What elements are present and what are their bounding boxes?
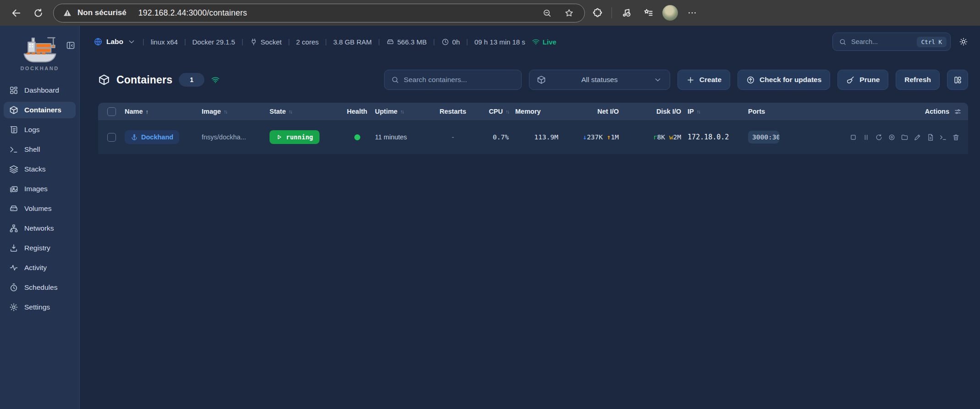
environment-selector[interactable]: Labo (94, 37, 136, 46)
zoom-out-icon[interactable] (539, 5, 555, 21)
profile-avatar[interactable] (662, 5, 678, 21)
sidebar-item-label: Shell (24, 145, 40, 154)
globe-icon (94, 37, 103, 46)
container-image: fnsys/dockha... (202, 133, 246, 141)
dockhand-logo (20, 36, 60, 64)
volumes-icon (9, 204, 18, 213)
sidebar-item-label: Networks (24, 224, 54, 232)
sidebar-item-registry[interactable]: Registry (4, 240, 76, 256)
page-title-cluster: Containers 1 (98, 73, 220, 87)
sidebar-nav: Dashboard Containers Logs Shell Stacks I… (0, 82, 79, 315)
prune-button[interactable]: Prune (837, 70, 888, 90)
sidebar-item-label: Settings (24, 303, 50, 311)
dockhand-app: DOCKHAND Dashboard Containers Logs Shell… (0, 26, 980, 409)
sidebar-item-activity[interactable]: Activity (4, 260, 76, 276)
refresh-button[interactable]: Refresh (896, 70, 940, 90)
socket-icon (250, 38, 258, 46)
sidebar-item-networks[interactable]: Networks (4, 220, 76, 237)
create-button[interactable]: Create (677, 70, 730, 90)
dashboard-icon (9, 86, 18, 95)
chevron-down-icon (653, 75, 662, 84)
sidebar-item-images[interactable]: Images (4, 181, 76, 197)
column-health[interactable]: Health (339, 108, 375, 115)
sidebar-item-dashboard[interactable]: Dashboard (4, 82, 76, 99)
column-ip[interactable]: IP↑↓ (688, 108, 748, 115)
stop-button[interactable] (849, 133, 857, 141)
layout-toggle-button[interactable] (947, 70, 968, 90)
browser-menu-icon[interactable] (683, 3, 702, 22)
status-filter-select[interactable]: All statuses (529, 70, 670, 90)
sidebar-item-stacks[interactable]: Stacks (4, 161, 76, 177)
pause-button[interactable] (862, 133, 870, 141)
sidebar-item-label: Dashboard (24, 86, 59, 94)
containers-search-input[interactable] (404, 76, 515, 84)
back-icon[interactable] (6, 3, 26, 22)
container-uptime: 11 minutes (375, 133, 407, 141)
column-image[interactable]: Image↑↓ (202, 108, 270, 115)
reload-icon[interactable] (28, 3, 48, 22)
environment-bar: Labo | linux x64 | Docker 29.1.5 | Socke… (80, 26, 980, 58)
search-icon (391, 76, 399, 84)
column-actions: Actions (817, 108, 968, 116)
sidebar-item-schedules[interactable]: Schedules (4, 279, 76, 296)
collections-icon[interactable] (639, 3, 658, 22)
sidebar-item-containers[interactable]: Containers (4, 102, 76, 118)
sidebar-item-shell[interactable]: Shell (4, 141, 76, 158)
column-cpu[interactable]: CPU↑↓ (475, 108, 515, 115)
sidebar-item-logs[interactable]: Logs (4, 122, 76, 138)
sidebar-collapse-icon[interactable] (64, 39, 77, 52)
plus-icon (686, 76, 695, 84)
column-state[interactable]: State↑↓ (270, 108, 339, 115)
column-restarts[interactable]: Restarts (431, 108, 475, 115)
container-restarts: - (451, 133, 455, 141)
security-label[interactable]: Non sécurisé (77, 8, 127, 17)
media-controls-icon[interactable] (617, 3, 636, 22)
sidebar-item-label: Stacks (24, 165, 46, 173)
images-icon (9, 184, 18, 193)
cube-icon (537, 75, 546, 84)
edit-button[interactable] (914, 133, 921, 141)
column-uptime[interactable]: Uptime↑↓ (375, 108, 431, 115)
inspect-button[interactable] (888, 133, 896, 141)
sort-icon: ↑↓ (400, 109, 403, 114)
restart-button[interactable] (875, 133, 883, 141)
favorite-star-icon[interactable] (561, 5, 577, 21)
disk-read-label: r (653, 133, 657, 141)
address-bar[interactable]: Non sécurisé 192.168.2.44:3000/container… (53, 4, 585, 22)
broom-icon (846, 76, 855, 84)
logs-button[interactable] (926, 133, 934, 141)
column-memory[interactable]: Memory (515, 108, 560, 115)
live-wifi-icon (211, 75, 220, 84)
disk-usage: 566.3 MB (386, 38, 427, 46)
select-all-checkbox[interactable] (107, 107, 116, 116)
theme-toggle-icon[interactable] (959, 37, 968, 46)
containers-title-icon (98, 74, 110, 86)
environment-name: Labo (106, 38, 123, 46)
column-ports[interactable]: Ports (748, 108, 817, 115)
live-status: Live (532, 38, 556, 46)
url-text[interactable]: 192.168.2.44:3000/containers (138, 8, 247, 18)
container-name-link[interactable]: Dockhand (125, 130, 179, 144)
column-net-io[interactable]: Net I/O (560, 108, 625, 115)
global-search[interactable]: Search... Ctrl K (832, 33, 951, 51)
table-header: Name↑ Image↑↓ State↑↓ Health Uptime↑↓ Re… (98, 103, 968, 120)
column-settings-icon[interactable] (954, 108, 962, 116)
extensions-icon[interactable] (588, 3, 607, 22)
row-checkbox[interactable] (107, 133, 116, 142)
check-updates-button[interactable]: Check for updates (738, 70, 830, 90)
column-disk-io[interactable]: Disk I/O (625, 108, 688, 115)
terminal-button[interactable] (939, 133, 947, 141)
container-ports[interactable]: 3000:3000 (748, 131, 779, 144)
sidebar-item-settings[interactable]: Settings (4, 299, 76, 315)
environment-stats: Labo | linux x64 | Docker 29.1.5 | Socke… (94, 37, 556, 46)
delete-button[interactable] (952, 133, 960, 141)
settings-icon (9, 303, 18, 312)
sidebar-item-volumes[interactable]: Volumes (4, 200, 76, 217)
files-button[interactable] (901, 133, 908, 141)
elapsed-time: 09 h 13 min 18 s (474, 38, 525, 46)
sort-icon: ↑↓ (224, 109, 227, 114)
page-header: Containers 1 All statuses Create Check f… (80, 58, 980, 90)
net-up-arrow: ↑ (607, 133, 611, 141)
sidebar-item-label: Registry (24, 244, 50, 252)
column-name[interactable]: Name↑ (125, 108, 202, 115)
